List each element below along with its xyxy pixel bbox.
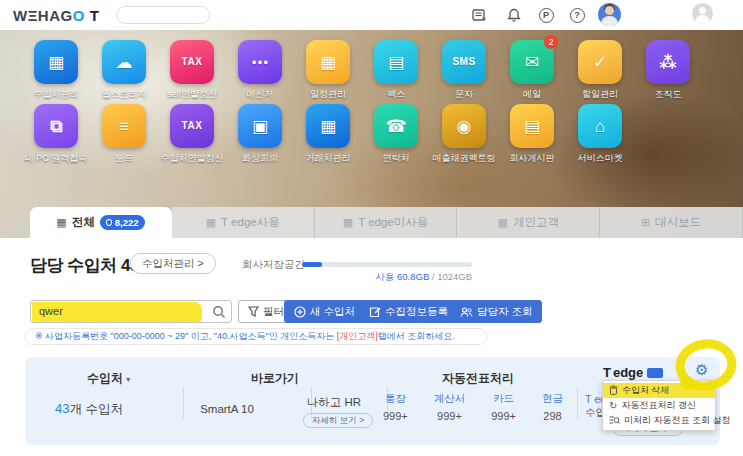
tab-all-count-badge: 8,222 [100,215,146,230]
notification-bell-icon[interactable] [505,6,523,24]
storage-progress-bar [302,262,472,267]
app-importer-tax[interactable]: TAX수입처연말정산 [158,104,226,165]
tax-receipt-icon: TAX [170,40,214,84]
app-frog-factoring[interactable]: ◉매출채권팩토링 [430,104,498,165]
wehago-logo[interactable]: WΞHAGOT [13,7,100,24]
importer-count[interactable]: 43개 수입처 [55,401,123,418]
unread-count-badge: 2 [544,35,558,49]
owner-search-button[interactable]: 담당자 조회 [450,300,542,323]
header-search-input[interactable] [116,6,210,24]
app-company-board[interactable]: ▤회사게시판 [498,104,566,165]
app-chat-bubble[interactable]: ⋯메신저 [226,40,294,101]
app-label: 할일관리 [582,88,618,101]
app-clients-building[interactable]: ▦거래처관리 [294,104,362,165]
app-label: 웹스토리지 [102,88,147,101]
importer-context-menu: 수입처 삭제↻자동전표처리 갱신미처리 자동전표 조회 설정 [602,380,716,431]
app-grid-row-1: ▦수입처관리☁웹스토리지TAXself연말정산⋯메신저▦일정관리▤팩스SMS문자… [22,40,722,101]
app-video-meeting[interactable]: ▣화상회의 [226,104,294,165]
app-sms-phone[interactable]: SMS문자 [430,40,498,101]
new-importer-button[interactable]: 새 수입처 [284,300,365,323]
search-icon[interactable] [212,305,226,323]
importer-tax-icon-glyph: TAX [182,121,203,131]
task-checklist-icon: ✓ [578,40,622,84]
app-label: 일정관리 [310,88,346,101]
app-cloud-storage[interactable]: ☁웹스토리지 [90,40,158,101]
app-calendar[interactable]: ▦일정관리 [294,40,362,101]
page-title: 담당 수입처 43 [30,254,139,277]
tab-dashboard[interactable]: ⊞대시보드 [600,207,743,238]
app-label: 문자 [455,88,473,101]
org-chart-icon: ⁂ [646,40,690,84]
service-market-icon-glyph: ⌂ [595,118,605,135]
auto-voucher-column-header: 자동전표처리 [423,370,533,387]
context-menu-label: 자동전표처리 갱신 [621,399,696,412]
auto-voucher-label: 카드 [491,392,516,406]
sms-phone-icon-glyph: SMS [452,57,475,67]
app-contacts-phone[interactable]: ☎연락처 [362,104,430,165]
building-tab-icon: ▦ [498,216,508,229]
auto-voucher-item[interactable]: 계산서999+ [434,392,466,422]
app-task-checklist[interactable]: ✓할일관리 [566,40,634,101]
video-meeting-icon-glyph: ▣ [252,118,268,135]
shortcut-detail-link[interactable]: 자세히 보기 > [303,413,373,428]
company-board-icon: ▤ [510,104,554,148]
point-icon[interactable]: P [537,6,555,24]
company-board-icon-glyph: ▤ [524,118,540,135]
tab-tedge-unused[interactable]: ▦T edge미사용 [315,207,458,238]
remote-pc-icon: ⧉ [34,104,78,148]
app-label: self연말정산 [167,88,217,101]
app-note[interactable]: ≡노트 [90,104,158,165]
shortcut-nahago-hr[interactable]: 나하고 HR [297,395,371,410]
chat-bubble-icon-glyph: ⋯ [252,54,269,71]
importer-search-input[interactable]: qwer [30,300,232,323]
mail-envelope-icon-glyph: ✉ [525,54,539,71]
profile-placeholder-avatar[interactable] [692,3,713,24]
app-remote-pc[interactable]: ⧉내 PC 원격접속 [22,104,90,165]
shortcut-smarta[interactable]: SmartA 10 [187,403,267,415]
importers-column-header[interactable]: 수입처 ▾ [87,370,130,387]
app-importer-building[interactable]: ▦수입처관리 [22,40,90,101]
app-label: 거래처관리 [306,152,351,165]
logo-o-mark: O [73,7,85,24]
calendar-icon-glyph: ▦ [320,54,336,71]
context-menu-item-1[interactable]: 수입처 삭제 [603,383,715,398]
context-menu-item-2[interactable]: ↻자동전표처리 갱신 [603,398,715,413]
storage-label: 회사저장공간 [242,258,305,272]
auto-voucher-item[interactable]: 카드999+ [491,392,516,422]
app-label: 메신저 [247,88,274,101]
app-grid-row-2: ⧉내 PC 원격접속≡노트TAX수입처연말정산▣화상회의▦거래처관리☎연락처◉매… [22,104,722,165]
tab-personal-customer[interactable]: ▦개인고객 [457,207,600,238]
fax-icon-glyph: ▤ [388,54,404,71]
app-org-chart[interactable]: ⁂조직도 [634,40,702,101]
building-tab-icon: ▦ [206,216,216,229]
frog-factoring-icon-glyph: ◉ [457,118,472,135]
context-menu-label: 수입처 삭제 [622,384,670,397]
app-service-market[interactable]: ⌂서비스마켓 [566,104,634,165]
memo-icon[interactable] [470,6,488,24]
auto-voucher-item[interactable]: 현금298 [542,392,563,422]
auto-voucher-counters: 통장999+계산서999+카드999+현금298 [383,392,563,422]
task-checklist-icon-glyph: ✓ [593,54,607,71]
divider [577,387,578,419]
importer-manage-button[interactable]: 수입처관리 > [130,253,216,274]
gear-icon[interactable]: ⚙ [695,361,708,379]
caret-down-icon: ▾ [126,375,130,384]
user-avatar[interactable] [598,3,621,26]
auto-voucher-value: 999+ [434,410,466,422]
tab-all[interactable]: ▦ 전체 8,222 [30,207,172,238]
app-tax-receipt[interactable]: TAXself연말정산 [158,40,226,101]
context-menu-item-3[interactable]: 미처리 자동전표 조회 설정 [603,413,715,428]
auto-voucher-item[interactable]: 통장999+ [383,392,408,422]
tedge-logo: Tedge [603,365,663,380]
wehago-app-window: WΞHAGOT P ? ▦수입처관리☁웹스토리지TAXself연말정산⋯메신저▦… [0,0,743,456]
help-icon[interactable]: ? [568,6,586,24]
tab-tedge-used[interactable]: ▦T edge사용 [172,207,315,238]
building-tab-icon: ▦ [56,216,66,229]
app-mail-envelope[interactable]: ✉2메일 [498,40,566,101]
collect-info-register-button[interactable]: 수집정보등록 [359,300,458,323]
app-label: 매출채권팩토링 [433,152,496,165]
app-fax[interactable]: ▤팩스 [362,40,430,101]
video-meeting-icon: ▣ [238,104,282,148]
register-doc-icon [369,306,381,318]
importer-building-icon-glyph: ▦ [48,54,64,71]
